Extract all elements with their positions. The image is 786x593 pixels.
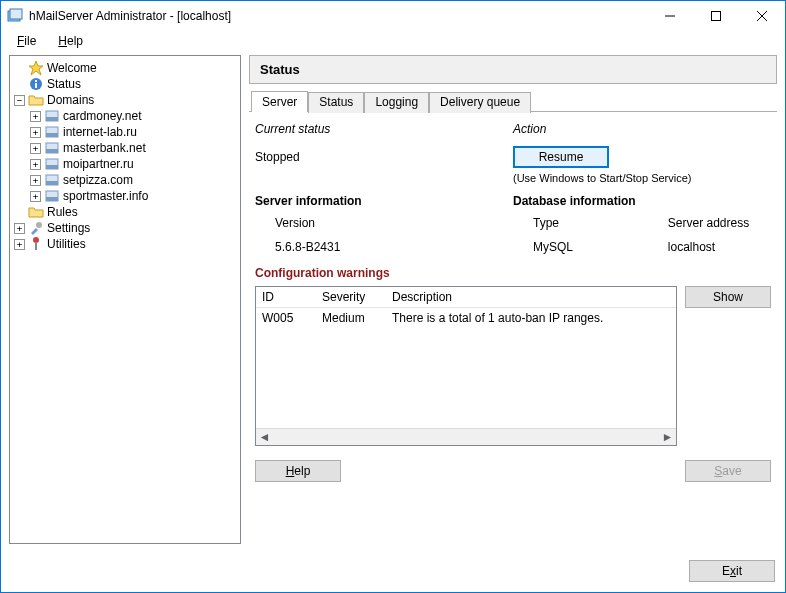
footer: Exit: [1, 552, 785, 592]
svg-rect-1: [10, 9, 22, 19]
svg-rect-24: [35, 242, 37, 250]
window-controls: [647, 1, 785, 31]
save-button[interactable]: Save: [685, 460, 771, 482]
tools-icon: [28, 220, 44, 236]
folder-open-icon: [28, 92, 44, 108]
svg-rect-15: [46, 149, 58, 153]
expand-icon[interactable]: +: [30, 175, 41, 186]
server-info-title: Server information: [255, 194, 513, 208]
disk-icon: [44, 188, 60, 204]
expand-icon[interactable]: +: [14, 239, 25, 250]
resume-button[interactable]: Resume: [513, 146, 609, 168]
db-type-value: MySQL: [513, 240, 668, 254]
col-severity[interactable]: Severity: [316, 287, 386, 307]
titlebar: hMailServer Administrator - [localhost]: [1, 1, 785, 31]
h-scrollbar[interactable]: ◄ ►: [256, 428, 676, 445]
show-button[interactable]: Show: [685, 286, 771, 308]
info-icon: [28, 76, 44, 92]
disk-icon: [44, 124, 60, 140]
tree-domain-item[interactable]: +sportmaster.info: [30, 188, 238, 204]
tree-settings[interactable]: +Settings: [14, 220, 238, 236]
expand-icon[interactable]: +: [30, 191, 41, 202]
expand-icon[interactable]: +: [14, 223, 25, 234]
current-status-label: Current status: [255, 122, 513, 136]
svg-rect-13: [46, 133, 58, 137]
svg-marker-6: [29, 61, 43, 75]
help-button[interactable]: Help: [255, 460, 341, 482]
svg-rect-11: [46, 117, 58, 121]
action-label: Action: [513, 122, 771, 136]
tree-rules[interactable]: Rules: [14, 204, 238, 220]
tab-delivery[interactable]: Delivery queue: [429, 92, 531, 113]
collapse-icon[interactable]: −: [14, 95, 25, 106]
expand-icon[interactable]: +: [30, 127, 41, 138]
svg-rect-8: [35, 83, 37, 88]
tree-domain-item[interactable]: +masterbank.net: [30, 140, 238, 156]
menubar: File Help: [1, 31, 785, 51]
warnings-table[interactable]: ID Severity Description W005MediumThere …: [255, 286, 677, 446]
tabstrip: Server Status Logging Delivery queue: [249, 90, 777, 112]
tab-status[interactable]: Status: [308, 92, 364, 113]
tree-domain-item[interactable]: +internet-lab.ru: [30, 124, 238, 140]
disk-icon: [44, 156, 60, 172]
svg-rect-9: [35, 80, 37, 82]
maximize-button[interactable]: [693, 1, 739, 31]
db-info-title: Database information: [513, 194, 771, 208]
disk-icon: [44, 172, 60, 188]
svg-rect-21: [46, 197, 58, 201]
close-button[interactable]: [739, 1, 785, 31]
expand-icon[interactable]: +: [30, 111, 41, 122]
tree-domains[interactable]: −Domains +cardmoney.net+internet-lab.ru+…: [14, 92, 238, 204]
disk-icon: [44, 140, 60, 156]
star-icon: [28, 60, 44, 76]
nav-tree: Welcome Status −Domains +cardmoney.net+i…: [12, 60, 238, 252]
expand-icon[interactable]: +: [30, 159, 41, 170]
svg-point-22: [36, 222, 42, 228]
tree-welcome[interactable]: Welcome: [14, 60, 238, 76]
wrench-icon: [28, 236, 44, 252]
table-row[interactable]: W005MediumThere is a total of 1 auto-ban…: [256, 308, 676, 328]
status-value: Stopped: [255, 150, 513, 164]
db-addr-value: localhost: [668, 240, 771, 254]
tree-utilities[interactable]: +Utilities: [14, 236, 238, 252]
tab-logging[interactable]: Logging: [364, 92, 429, 113]
content-pane: Status Server Status Logging Delivery qu…: [249, 55, 777, 544]
col-description[interactable]: Description: [386, 287, 676, 307]
client-area: Welcome Status −Domains +cardmoney.net+i…: [1, 51, 785, 552]
tree-domain-item[interactable]: +setpizza.com: [30, 172, 238, 188]
menu-help[interactable]: Help: [52, 32, 89, 50]
disk-icon: [44, 108, 60, 124]
tree-status[interactable]: Status: [14, 76, 238, 92]
folder-icon: [28, 204, 44, 220]
svg-rect-17: [46, 165, 58, 169]
app-icon: [7, 8, 23, 24]
expand-icon[interactable]: +: [30, 143, 41, 154]
version-label: Version: [255, 216, 513, 230]
config-warnings-title: Configuration warnings: [255, 266, 771, 280]
tab-server[interactable]: Server: [251, 91, 308, 112]
svg-rect-3: [712, 12, 721, 21]
svg-rect-19: [46, 181, 58, 185]
menu-file[interactable]: File: [11, 32, 42, 50]
tree-domain-item[interactable]: +moipartner.ru: [30, 156, 238, 172]
exit-button[interactable]: Exit: [689, 560, 775, 582]
version-value: 5.6.8-B2431: [255, 240, 513, 254]
warnings-header: ID Severity Description: [256, 287, 676, 308]
service-hint: (Use Windows to Start/Stop Service): [513, 172, 771, 184]
tree-domain-item[interactable]: +cardmoney.net: [30, 108, 238, 124]
window-title: hMailServer Administrator - [localhost]: [29, 9, 647, 23]
scroll-right-icon[interactable]: ►: [659, 429, 676, 446]
tree-pane[interactable]: Welcome Status −Domains +cardmoney.net+i…: [9, 55, 241, 544]
app-window: hMailServer Administrator - [localhost] …: [0, 0, 786, 593]
tab-panel: Current status Action Stopped Resume (Us…: [249, 112, 777, 544]
db-type-label: Type: [513, 216, 668, 230]
page-title: Status: [249, 55, 777, 84]
col-id[interactable]: ID: [256, 287, 316, 307]
scroll-left-icon[interactable]: ◄: [256, 429, 273, 446]
db-addr-label: Server address: [668, 216, 771, 230]
minimize-button[interactable]: [647, 1, 693, 31]
